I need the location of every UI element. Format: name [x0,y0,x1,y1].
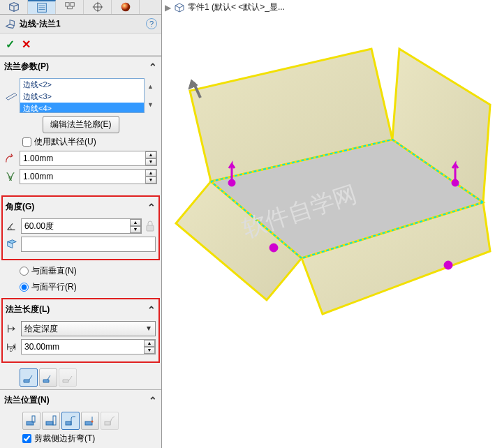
svg-rect-17 [66,421,71,425]
face-reference-input[interactable] [21,237,156,252]
chevron-up-icon[interactable]: ⌃ [149,395,157,406]
svg-rect-11 [147,225,154,231]
angle-icon [6,220,18,232]
section-position: 法兰位置(N) ⌃ 剪裁侧边折弯(T) 等距(F) [0,389,161,448]
spin-up-icon[interactable]: ▲ [145,170,156,177]
list-icon [36,1,48,14]
graphics-viewport[interactable]: ▶ 零件1 (默认< <默认>_显... [162,0,495,448]
ok-icon[interactable]: ✓ [6,38,15,51]
chevron-up-icon[interactable]: ⌃ [147,304,156,315]
spin-down-icon[interactable]: ▼ [130,226,141,233]
spin-up-icon[interactable]: ▲ [145,151,156,158]
pos-bend-outside-icon[interactable] [61,412,80,430]
length-method-combo[interactable]: 给定深度 [21,321,156,336]
panel-tabs [0,0,161,15]
svg-point-32 [269,244,278,252]
svg-rect-20 [105,421,110,425]
length-method-label: 给定深度 [24,324,58,334]
perpendicular-label: 与面垂直(N) [31,265,77,277]
face-ref-icon [6,238,18,251]
svg-rect-5 [70,3,73,6]
length-icon: D [6,341,18,353]
gap-input[interactable] [20,169,157,184]
edge-flange-icon [4,17,17,30]
spin-down-icon[interactable]: ▼ [145,177,156,184]
spin-up-icon[interactable]: ▲ [130,219,141,226]
lock-icon[interactable] [145,220,156,232]
use-default-radius-label: 使用默认半径(U) [34,136,96,148]
pos-tangent-bend-icon[interactable] [101,412,119,430]
edge-selection-list[interactable]: 边线<2> 边线<3> 边线<4> [20,78,145,113]
perpendicular-radio[interactable] [20,267,29,276]
svg-text:D: D [9,348,13,352]
trim-side-bends-label: 剪裁侧边折弯(T) [34,433,95,445]
bend-radius-icon [4,152,17,165]
chevron-up-icon[interactable]: ⌃ [149,61,157,73]
cancel-icon[interactable]: ✕ [22,38,31,51]
tab-appearance[interactable] [112,0,140,14]
angle-input[interactable] [21,218,142,234]
gap-icon: G [4,170,17,183]
spin-up-icon[interactable]: ▲ [144,340,155,347]
tab-property-manager[interactable] [28,0,56,14]
target-icon [91,1,104,13]
section-angle-highlight: 角度(G) ⌃ ▲▼ [1,195,160,260]
section-head-angle: 角度(G) [6,201,34,213]
spin-down-icon[interactable]: ▼ [145,158,156,165]
svg-point-33 [444,261,452,269]
section-flange-params: 法兰参数(P) ⌃ 边线<2> 边线<3> 边线<4> ▲ ▼ 编辑法兰轮廓(E… [0,56,161,193]
model-preview-icon: 软件自学网 [162,0,495,448]
length-input[interactable] [21,339,156,354]
svg-point-31 [452,179,459,186]
section-length-highlight: 法兰长度(L) ⌃ 给定深度 D ▲▼ [1,298,160,363]
config-icon [64,1,76,13]
feature-title-bar: 边线-法兰1 ? [0,15,161,33]
tab-config-manager[interactable] [56,0,84,14]
svg-rect-4 [65,3,68,6]
trim-side-bends-checkbox[interactable] [22,434,31,443]
list-item[interactable]: 边线<2> [20,79,144,91]
property-manager-panel: 边线-法兰1 ? ✓ ✕ 法兰参数(P) ⌃ 边线<2> 边线<3> 边线<4>… [0,0,162,448]
parallel-radio[interactable] [20,283,29,292]
sphere-icon [119,1,132,13]
svg-text:G: G [8,175,12,180]
section-head-position: 法兰位置(N) [4,394,50,406]
use-default-radius-checkbox[interactable] [22,137,31,147]
scroll-up-icon[interactable]: ▲ [147,83,157,90]
depth-type-icon [6,322,18,335]
spin-down-icon[interactable]: ▼ [144,347,155,354]
svg-point-30 [228,179,235,186]
svg-point-19 [91,421,94,423]
chevron-up-icon[interactable]: ⌃ [147,202,156,213]
pos-material-outside-icon[interactable] [42,412,60,430]
length-end-iconbar [20,368,160,387]
length-inner-virtual-icon[interactable] [39,368,57,387]
list-item[interactable]: 边线<3> [20,91,144,103]
length-outer-virtual-icon[interactable] [20,368,38,387]
help-icon[interactable]: ? [146,18,157,29]
tab-dimxpert[interactable] [84,0,112,14]
list-item[interactable]: 边线<4> [20,103,144,113]
cube-icon [8,1,20,13]
section-head-params: 法兰参数(P) [4,61,49,73]
radius-input[interactable] [20,151,157,166]
length-tangent-icon[interactable] [59,368,77,387]
pos-virtual-sharp-icon[interactable] [81,412,99,430]
svg-rect-16 [53,416,56,425]
scroll-down-icon[interactable]: ▼ [147,101,157,108]
svg-rect-15 [46,421,53,425]
tab-feature-tree[interactable] [0,0,28,14]
svg-point-9 [121,3,130,12]
ok-cancel-bar: ✓ ✕ [0,33,161,56]
edit-profile-button[interactable]: 编辑法兰轮廓(E) [43,116,119,133]
pos-material-inside-icon[interactable] [22,412,40,430]
section-head-length: 法兰长度(L) [6,304,50,315]
svg-rect-18 [85,421,92,425]
parallel-label: 与面平行(R) [31,281,77,293]
feature-title-text: 边线-法兰1 [20,18,61,30]
position-iconbar [22,412,157,430]
edge-select-icon [4,89,17,102]
